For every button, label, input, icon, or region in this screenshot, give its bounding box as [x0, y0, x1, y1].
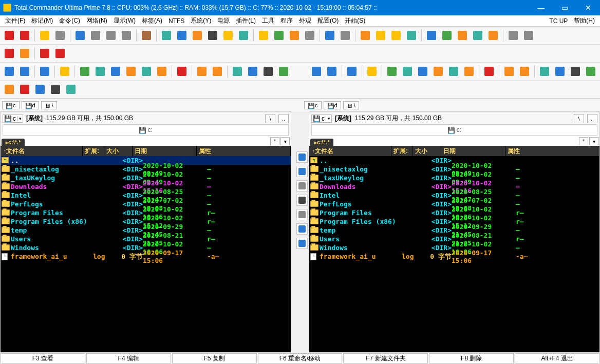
parent-button[interactable]: .. [587, 114, 597, 123]
clipboard-button[interactable] [358, 28, 372, 43]
right-edit-button[interactable] [385, 64, 399, 79]
tab-list-button[interactable]: * [270, 137, 279, 145]
swap-panels-button[interactable] [296, 151, 308, 163]
list-large-button[interactable] [73, 28, 87, 43]
paste-button[interactable] [287, 28, 302, 43]
folder-button[interactable] [221, 28, 235, 43]
menu-标签(A)[interactable]: 标签(A) [139, 15, 165, 26]
right-loop-button[interactable] [431, 64, 445, 79]
menu-帮助(H)[interactable]: 帮助(H) [571, 15, 598, 26]
left-stack-button[interactable] [195, 64, 209, 79]
stop-button[interactable] [2, 46, 16, 61]
list-small-button[interactable] [88, 28, 103, 43]
rec-button[interactable] [38, 46, 52, 61]
right-window-button[interactable] [537, 64, 552, 79]
note3-button[interactable] [33, 82, 47, 97]
tool-a-button[interactable] [53, 28, 67, 43]
left-home-button[interactable] [58, 64, 72, 79]
column-headers[interactable]: ↑文件名 扩展: 大小 日期 属性 [1, 146, 291, 156]
left-file-list[interactable]: ↰..<DIR>_nisectaxlog<DIR>2020-10-02 09:4… [1, 156, 291, 352]
left-back-button[interactable] [2, 64, 16, 79]
file-row-framework_ai_u[interactable]: framework_ai_ulog0 字节2020-09-17 15:06-a— [1, 252, 291, 261]
fkey-F6[interactable]: F6 重命名/移动 [258, 353, 343, 363]
right-home-button[interactable] [365, 64, 379, 79]
edit-file-button[interactable] [272, 28, 286, 43]
menu-NTFS[interactable]: NTFS [165, 16, 188, 26]
left-up-button[interactable] [38, 64, 52, 79]
right-file-list[interactable]: ↰..<DIR>_nisectaxlog<DIR>2020-10-02 09:4… [309, 156, 599, 352]
net5-button[interactable] [486, 28, 500, 43]
screen-button[interactable] [159, 28, 174, 43]
crop2-button[interactable] [2, 82, 16, 97]
fkey-F3[interactable]: F3 查看 [1, 353, 85, 363]
right-play-button[interactable] [416, 64, 430, 79]
fkey-F5[interactable]: F5 复制 [172, 353, 257, 363]
details-button[interactable] [104, 28, 118, 43]
calc-button[interactable] [338, 28, 352, 43]
tab-dropdown-button[interactable]: ▾ [589, 137, 598, 145]
left-window-button[interactable] [230, 64, 245, 79]
drive-button-d[interactable]: 💾d [324, 101, 341, 109]
settings-button[interactable] [236, 28, 251, 43]
net3-button[interactable] [455, 28, 470, 43]
pane-splitter[interactable] [291, 111, 295, 353]
right-forward-button[interactable] [325, 64, 339, 79]
net2-button[interactable] [440, 28, 454, 43]
cal-button[interactable] [17, 82, 32, 97]
left-loop-button[interactable] [124, 64, 138, 79]
case-button[interactable] [139, 28, 154, 43]
root-button[interactable]: \ [265, 114, 275, 123]
fkey-F7[interactable]: F7 新建文件夹 [343, 353, 428, 363]
menu-电源[interactable]: 电源 [214, 15, 233, 26]
left-swap-button[interactable] [93, 64, 107, 79]
drive-dropdown[interactable]: 💾c▾ [3, 114, 23, 123]
drive-button-net[interactable]: 🖥\ [343, 101, 359, 109]
right-up-button[interactable] [345, 64, 359, 79]
search-button[interactable] [323, 28, 337, 43]
app-blue-button[interactable] [296, 166, 308, 177]
net1-button[interactable] [424, 28, 439, 43]
new-file-button[interactable] [256, 28, 271, 43]
right-close-button[interactable] [482, 64, 496, 79]
save-as-button[interactable] [296, 238, 308, 249]
pad-button[interactable] [296, 209, 308, 220]
menu-工具[interactable]: 工具 [259, 15, 277, 26]
parent-button[interactable]: .. [278, 114, 289, 123]
current-drive-indicator[interactable]: 💾c: [3, 124, 289, 136]
menu-TC UP[interactable]: TC UP [546, 16, 571, 26]
views-1-button[interactable] [2, 28, 16, 43]
hex-button[interactable] [296, 195, 308, 206]
tab-list-button[interactable]: * [579, 137, 588, 145]
menu-配置(O)[interactable]: 配置(O) [314, 15, 342, 26]
warning-button[interactable] [38, 28, 52, 43]
left-diff-button[interactable] [276, 64, 291, 79]
left-music-button[interactable] [246, 64, 260, 79]
left-play-button[interactable] [108, 64, 123, 79]
close-button[interactable]: ✕ [576, 0, 600, 15]
menu-开始(S)[interactable]: 开始(S) [342, 15, 368, 26]
menu-文件(F)[interactable]: 文件(F) [2, 15, 28, 26]
drive-button-net[interactable]: 🖥\ [41, 101, 57, 109]
left-close-button[interactable] [175, 64, 189, 79]
pic-button[interactable] [64, 82, 78, 97]
refresh-button[interactable] [17, 46, 32, 61]
fkey-Alt+F4[interactable]: Alt+F4 退出 [515, 353, 599, 363]
right-fav-button[interactable] [462, 64, 476, 79]
drive-button-d[interactable]: 💾d [22, 101, 39, 109]
root-button[interactable]: \ [574, 114, 584, 123]
menu-外观[interactable]: 外观 [296, 15, 314, 26]
file-row-framework_ai_u[interactable]: framework_ai_ulog0 字节2020-09-17 15:06-a— [309, 252, 599, 261]
property-button[interactable] [296, 180, 308, 191]
menu-命令(C)[interactable]: 命令(C) [56, 15, 83, 26]
menu-程序[interactable]: 程序 [277, 15, 296, 26]
right-crop-button[interactable] [517, 64, 532, 79]
fkey-F8[interactable]: F8 删除 [429, 353, 514, 363]
column-headers[interactable]: ↑文件名 扩展: 大小 日期 属性 [309, 146, 599, 156]
power-button[interactable] [53, 46, 67, 61]
dark-button[interactable] [205, 28, 220, 43]
right-back-button[interactable] [309, 64, 324, 79]
cube-button[interactable] [190, 28, 204, 43]
views-2-button[interactable] [17, 28, 32, 43]
menu-网络(N)[interactable]: 网络(N) [83, 15, 110, 26]
right-music-button[interactable] [553, 64, 567, 79]
